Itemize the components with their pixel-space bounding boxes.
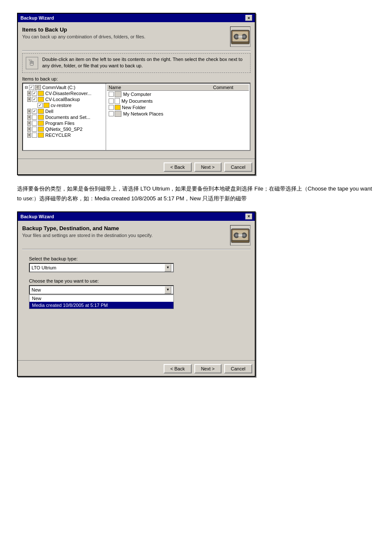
divider-2 [22, 249, 251, 249]
header-subtitle-2: Your files and settings are stored in th… [22, 233, 153, 238]
svg-rect-16 [238, 234, 242, 237]
header-text-2: Backup Type, Destination, and Name Your … [22, 225, 153, 238]
folder-icon-4 [38, 115, 44, 120]
spacer [22, 313, 251, 356]
tree-item-6[interactable]: + QiNetix_590_SP2 [24, 126, 105, 132]
tape-option-media-label: Media created 10/8/2005 at 5:17 PM [32, 303, 108, 308]
doc-icon-1 [115, 98, 120, 104]
tree-item-4[interactable]: + Documents and Set... [24, 114, 105, 120]
close-button-2[interactable]: × [245, 214, 252, 220]
tree-left[interactable]: ⊟ C CommVault (C:) + CV-DisasterRecover.… [23, 84, 106, 150]
cancel-button-1[interactable]: Cancel [224, 162, 252, 172]
tape-value: New [32, 287, 41, 292]
backup-type-label-text: Select the backup type: [29, 256, 78, 261]
checkbox-4[interactable] [32, 115, 37, 120]
right-checkbox-1[interactable] [109, 98, 114, 104]
computer-icon-0 [115, 91, 121, 97]
right-item-0[interactable]: My Computer [107, 91, 249, 98]
right-checkbox-3[interactable] [109, 111, 114, 116]
header-title-2: Backup Type, Destination, and Name [22, 225, 153, 231]
folder-icon-5 [38, 121, 44, 126]
tape-dropdown-list: New Media created 10/8/2005 at 5:17 PM [29, 295, 174, 309]
checkbox-root[interactable] [29, 85, 34, 90]
header-section-2: Backup Type, Destination, and Name Your … [22, 225, 251, 246]
tree-item-0[interactable]: + CV-DisasterRecover... [24, 90, 105, 96]
info-box-1: 🖱 Double-click an item on the left to se… [22, 53, 251, 73]
next-button-2[interactable]: Next > [194, 364, 222, 373]
drive-icon: C [35, 85, 41, 90]
window-title-1: Backup Wizard [20, 15, 54, 20]
folder-icon-1 [38, 97, 44, 102]
svg-text:🖱: 🖱 [27, 58, 36, 67]
tape-icon-1 [230, 26, 251, 47]
tape-option-new[interactable]: New [29, 295, 173, 302]
tree-item-1[interactable]: + CV-LocalBackup [24, 96, 105, 102]
next-button-1[interactable]: Next > [194, 162, 222, 172]
svg-point-5 [243, 35, 245, 38]
tape-option-new-label: New [32, 296, 41, 301]
right-item-2[interactable]: New Folder [107, 104, 249, 110]
computer-icon-3 [115, 111, 121, 117]
tree-right-header: Name Comment [107, 84, 249, 91]
tape-dropdown-area: New ▼ New Media created 10/8/2005 at 5:1… [29, 285, 174, 309]
tape-select[interactable]: New ▼ [29, 285, 174, 295]
svg-point-15 [243, 234, 245, 237]
tree-item-2[interactable]: cv-restore [24, 102, 105, 108]
tree-item-7[interactable]: + RECYCLER [24, 132, 105, 138]
backup-type-label: Select the backup type: [29, 256, 244, 261]
tape-option-media[interactable]: Media created 10/8/2005 at 5:17 PM [29, 302, 173, 309]
right-checkbox-2[interactable] [109, 105, 114, 110]
backup-wizard-window-2: Backup Wizard × Backup Type, Destination… [17, 211, 256, 377]
checkbox-0[interactable] [32, 91, 37, 96]
checkbox-3[interactable] [32, 109, 37, 114]
cancel-button-2[interactable]: Cancel [224, 364, 252, 373]
backup-wizard-window-1: Backup Wizard × Items to Back Up You can… [17, 13, 256, 175]
checkbox-5[interactable] [32, 121, 37, 126]
col-comment-header: Comment [213, 85, 247, 90]
tree-item-3[interactable]: + Dell [24, 108, 105, 114]
folder-icon-0 [38, 91, 44, 96]
header-subtitle-1: You can back up any combination of drive… [22, 34, 145, 39]
info-text-1: Double-click an item on the left to see … [42, 56, 248, 69]
title-bar-2: Backup Wizard × [18, 212, 255, 221]
button-row-2: < Back Next > Cancel [18, 360, 255, 376]
header-title-1: Items to Back Up [22, 26, 145, 33]
tree-item-5[interactable]: + Program Files [24, 120, 105, 126]
svg-point-3 [235, 35, 238, 38]
divider-1 [22, 50, 251, 51]
back-button-2[interactable]: < Back [164, 364, 192, 373]
checkbox-2[interactable] [37, 103, 43, 108]
col-name-header: Name [109, 85, 213, 90]
tape-icon-2 [230, 225, 251, 246]
folder-icon-6 [38, 127, 44, 132]
right-item-3[interactable]: My Network Places [107, 110, 249, 117]
form-area: Select the backup type: LTO Ultrium ▼ Ch… [22, 252, 251, 313]
tree-panel-1: ⊟ C CommVault (C:) + CV-DisasterRecover.… [22, 83, 251, 151]
tree-item-root[interactable]: ⊟ C CommVault (C:) [24, 84, 105, 90]
backup-type-arrow[interactable]: ▼ [164, 264, 171, 272]
button-row-1: < Back Next > Cancel [18, 159, 255, 174]
svg-rect-6 [238, 35, 242, 38]
checkbox-1[interactable] [32, 97, 37, 102]
folder-icon-r2 [115, 105, 121, 110]
svg-rect-17 [231, 240, 249, 243]
tape-arrow[interactable]: ▼ [164, 286, 171, 294]
tape-label-text: Choose the tape you want to use: [29, 278, 99, 283]
right-item-1[interactable]: My Documents [107, 98, 249, 104]
window-title-2: Backup Wizard [20, 214, 54, 219]
header-text-1: Items to Back Up You can back up any com… [22, 26, 145, 39]
info-icon-1: 🖱 [25, 56, 39, 70]
items-label-1: Items to back up: [22, 76, 251, 81]
close-button-1[interactable]: × [245, 15, 252, 21]
backup-type-select-container: LTO Ultrium ▼ [29, 263, 244, 272]
right-checkbox-0[interactable] [109, 92, 114, 97]
checkbox-6[interactable] [32, 127, 37, 132]
chinese-paragraph: 选择要备份的类型，如果是备份到磁带上，请选择 LTO Ultrium，如果是要备… [17, 184, 375, 204]
backup-type-value: LTO Ultrium [32, 265, 56, 270]
backup-type-select[interactable]: LTO Ultrium ▼ [29, 263, 174, 272]
checkbox-7[interactable] [32, 133, 37, 138]
back-button-1[interactable]: < Back [164, 162, 192, 172]
svg-point-13 [235, 234, 238, 237]
folder-icon-7 [38, 133, 44, 138]
header-section-1: Items to Back Up You can back up any com… [22, 26, 251, 47]
